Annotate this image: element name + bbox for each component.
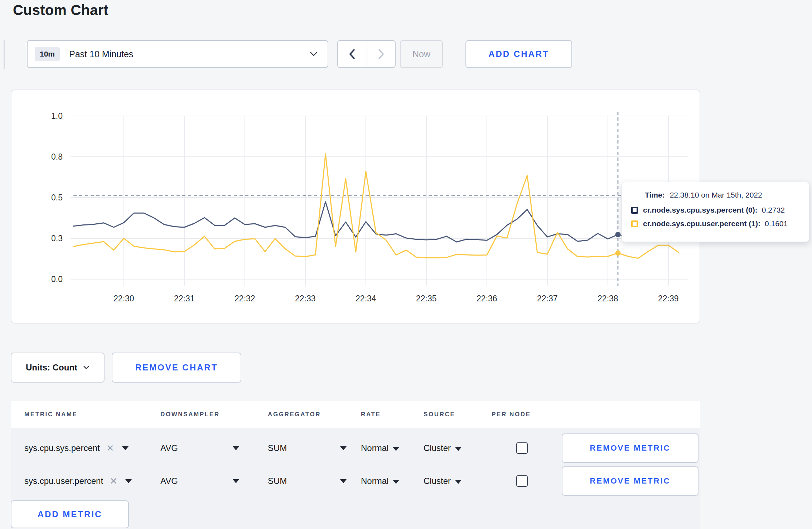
tooltip-series-value: 0.2732 xyxy=(762,206,785,214)
x-axis-tick-label: 22:32 xyxy=(235,294,255,303)
units-label: Units: Count xyxy=(26,363,77,373)
time-range-badge: 10m xyxy=(35,47,60,61)
remove-chart-button[interactable]: REMOVE CHART xyxy=(112,353,241,383)
metrics-table: METRIC NAMEDOWNSAMPLERAGGREGATORRATESOUR… xyxy=(0,401,812,529)
downsampler-value: AVG xyxy=(160,476,178,486)
tooltip-time-row: Time:22:38:10 on Mar 15th, 2022 xyxy=(645,191,799,199)
caret-down-icon xyxy=(233,479,239,483)
rate-select[interactable]: Normal xyxy=(361,476,424,486)
source-value: Cluster xyxy=(424,443,451,453)
rate-select[interactable]: Normal xyxy=(361,443,424,453)
tooltip-series-row: cr.node.sys.cpu.user.percent (1): 0.1601 xyxy=(631,219,799,228)
metric-name-cell: sys.cpu.user.percent ✕ xyxy=(24,476,160,486)
x-axis-tick-label: 22:31 xyxy=(174,294,195,303)
aggregator-value: SUM xyxy=(268,443,287,453)
remove-metric-x-icon[interactable]: ✕ xyxy=(106,443,114,453)
custom-chart-page: Custom Chart 10m Past 10 Minutes Now ADD… xyxy=(0,0,812,529)
metric-name: sys.cpu.sys.percent xyxy=(24,443,100,453)
caret-down-icon xyxy=(340,479,347,483)
series-line xyxy=(73,202,678,242)
tooltip-time-label: Time: xyxy=(645,191,665,199)
source-select[interactable]: Cluster xyxy=(424,476,492,486)
aggregator-value: SUM xyxy=(268,476,287,486)
y-axis-tick-label: 0.8 xyxy=(51,152,63,161)
metric-name: sys.cpu.user.percent xyxy=(24,476,103,486)
aggregator-select[interactable]: SUM xyxy=(268,476,347,486)
aggregator-select[interactable]: SUM xyxy=(268,443,347,453)
time-range-select[interactable]: 10m Past 10 Minutes xyxy=(27,40,328,68)
remove-metric-x-icon[interactable]: ✕ xyxy=(110,476,117,486)
per-node-cell xyxy=(492,442,552,454)
metrics-table-header: METRIC NAMEDOWNSAMPLERAGGREGATORRATESOUR… xyxy=(11,401,700,428)
tooltip-series-name: cr.node.sys.cpu.user.percent (1): xyxy=(643,219,760,228)
sys-series-swatch-icon xyxy=(631,207,638,214)
prev-time-button[interactable] xyxy=(338,41,367,67)
page-title: Custom Chart xyxy=(13,2,108,18)
caret-down-icon xyxy=(233,446,239,450)
metric-actions-cell: REMOVE METRIC xyxy=(552,433,700,463)
add-metric-button[interactable]: ADD METRIC xyxy=(11,500,129,528)
source-value: Cluster xyxy=(424,476,451,486)
chevron-down-icon xyxy=(83,365,90,370)
x-axis-tick-label: 22:30 xyxy=(113,294,134,303)
x-axis-tick-label: 22:35 xyxy=(416,294,437,303)
y-axis-tick-label: 0.0 xyxy=(51,275,63,284)
chart-card: 0.00.30.50.81.022:3022:3122:3222:3322:34… xyxy=(11,89,700,324)
now-button[interactable]: Now xyxy=(400,40,443,68)
metrics-table-body: sys.cpu.sys.percent ✕ AVG SUM Normal Clu… xyxy=(11,428,700,529)
chevron-down-icon xyxy=(310,52,318,57)
remove-metric-button[interactable]: REMOVE METRIC xyxy=(562,466,699,496)
time-pager xyxy=(337,40,396,68)
per-node-cell xyxy=(492,475,552,487)
y-axis-tick-label: 1.0 xyxy=(51,111,63,121)
column-header: SOURCE xyxy=(424,411,492,418)
time-range-label: Past 10 Minutes xyxy=(69,49,133,59)
column-header: METRIC NAME xyxy=(24,411,160,418)
x-axis-tick-label: 22:33 xyxy=(295,294,316,303)
caret-down-icon xyxy=(340,446,347,450)
timeseries-chart[interactable]: 0.00.30.50.81.022:3022:3122:3222:3322:34… xyxy=(11,90,700,323)
add-chart-button[interactable]: ADD CHART xyxy=(465,40,572,68)
metric-dropdown-caret-icon[interactable] xyxy=(125,479,132,483)
metric-row: sys.cpu.user.percent ✕ AVG SUM Normal Cl… xyxy=(24,465,700,498)
y-axis-tick-label: 0.3 xyxy=(51,234,63,243)
series-line xyxy=(73,154,678,258)
x-axis-tick-label: 22:39 xyxy=(658,294,679,303)
tooltip-time-value: 22:38:10 on Mar 15th, 2022 xyxy=(670,191,762,199)
hover-point-dot xyxy=(615,250,621,256)
metric-actions-cell: REMOVE METRIC xyxy=(552,466,700,496)
rate-value: Normal xyxy=(361,443,388,453)
column-header: AGGREGATOR xyxy=(268,411,361,418)
tooltip-series-name: cr.node.sys.cpu.sys.percent (0): xyxy=(643,206,758,214)
chevron-left-icon xyxy=(349,49,356,59)
hover-point-dot xyxy=(615,232,621,237)
tooltip-series-value: 0.1601 xyxy=(765,219,788,228)
tooltip-series-row: cr.node.sys.cpu.sys.percent (0): 0.2732 xyxy=(631,206,799,214)
column-header: RATE xyxy=(361,411,424,418)
downsampler-select[interactable]: AVG xyxy=(160,476,239,486)
next-time-button[interactable] xyxy=(367,41,395,67)
chart-tooltip: Time:22:38:10 on Mar 15th, 2022 cr.node.… xyxy=(622,182,809,242)
x-axis-tick-label: 22:37 xyxy=(537,294,558,303)
y-axis-tick-label: 0.5 xyxy=(51,193,63,202)
downsampler-select[interactable]: AVG xyxy=(160,443,239,453)
caret-down-icon xyxy=(393,447,399,451)
per-node-checkbox[interactable] xyxy=(516,475,528,487)
chevron-right-icon xyxy=(378,49,384,59)
x-axis-tick-label: 22:38 xyxy=(598,294,618,303)
metric-row: sys.cpu.sys.percent ✕ AVG SUM Normal Clu… xyxy=(24,432,700,465)
x-axis-tick-label: 22:34 xyxy=(356,294,376,303)
remove-metric-button[interactable]: REMOVE METRIC xyxy=(562,433,699,463)
source-select[interactable]: Cluster xyxy=(424,443,492,453)
x-axis-tick-label: 22:36 xyxy=(477,294,497,303)
column-header: PER NODE xyxy=(492,411,552,418)
user-series-swatch-icon xyxy=(631,220,638,227)
caret-down-icon xyxy=(455,480,461,484)
metric-dropdown-caret-icon[interactable] xyxy=(122,446,129,450)
rate-value: Normal xyxy=(361,476,388,486)
column-header: DOWNSAMPLER xyxy=(160,411,268,418)
units-select[interactable]: Units: Count xyxy=(11,353,105,383)
toolbar: 10m Past 10 Minutes Now ADD CHART xyxy=(0,40,812,69)
caret-down-icon xyxy=(393,480,399,484)
per-node-checkbox[interactable] xyxy=(516,442,528,454)
